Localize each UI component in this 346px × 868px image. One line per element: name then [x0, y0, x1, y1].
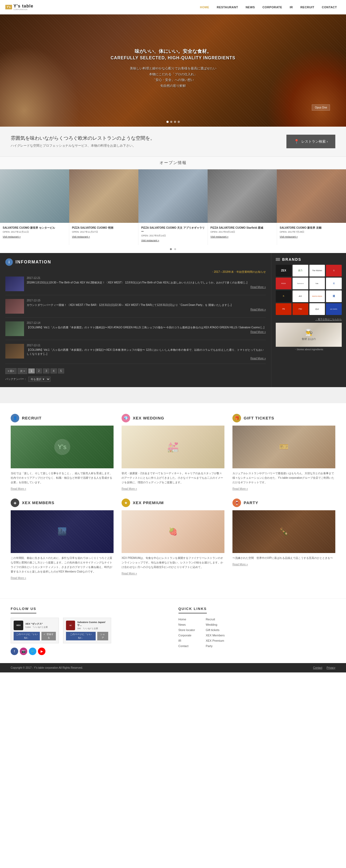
restaurant-img-2[interactable] [69, 169, 138, 223]
quick-link-members[interactable]: XEX Members [206, 634, 225, 637]
brand-ga[interactable]: GA [309, 303, 325, 315]
brand-zex[interactable]: ZEX [276, 265, 291, 277]
back-num-label: バックナンバー： [5, 377, 27, 381]
hero-dot-4[interactable] [178, 121, 180, 123]
party-read-more[interactable]: Read More » [232, 563, 248, 566]
restaurant-img-5[interactable] [277, 169, 346, 223]
xex-like-button[interactable]: このページに「いいね!」 [13, 632, 40, 640]
restaurant-cards-wrap: SALVATORE CUOMO 新世界 センタービル OPEN: 2017年12… [0, 169, 346, 253]
cards-dot-2[interactable] [174, 248, 176, 250]
opus-badge: Opus One [312, 104, 330, 111]
restaurant-images [0, 169, 346, 223]
restaurant-card-5: SALVATORE CUOMO 新世界 京鄉 OPEN: 2017年7月28日 … [277, 223, 346, 245]
brand-6[interactable]: Salvatore [292, 278, 308, 289]
nav-ir[interactable]: IR [286, 0, 296, 14]
wedding-read-more[interactable]: Read More » [122, 487, 137, 490]
restaurant-img-3[interactable] [138, 169, 208, 223]
info-section: i INFORMATION ・2017～2018年末・年始営業時間のお知らせ 2… [0, 253, 271, 387]
stories-link[interactable]: ・Stories about ingredients [276, 348, 342, 351]
page-2[interactable]: 2 [36, 368, 42, 373]
members-read-more[interactable]: Read More » [11, 577, 26, 580]
quick-link-contact[interactable]: Contact [179, 644, 195, 648]
nav-news[interactable]: NEWS [242, 0, 259, 14]
page-1[interactable]: 1 [28, 368, 35, 373]
hero-dot-2[interactable] [170, 121, 172, 123]
read-more-3[interactable]: Read More » [27, 331, 266, 333]
nav-restaurant[interactable]: RESTAURANT [213, 0, 242, 14]
quick-link-recruit[interactable]: Recruit [206, 618, 225, 621]
nav-contact[interactable]: CONTACT [318, 0, 341, 14]
gift-read-more[interactable]: Read More » [232, 487, 248, 490]
brand-pasta[interactable]: PASTA PIZZA [309, 290, 325, 302]
quick-link-home[interactable]: Home [179, 618, 195, 621]
restaurant-visit-1[interactable]: Visit restaurant » [3, 236, 66, 238]
youtube-icon[interactable]: ▶ [38, 648, 45, 655]
restaurant-visit-5[interactable]: Visit restaurant » [280, 236, 343, 238]
recruit-read-more[interactable]: Read More » [11, 487, 26, 490]
brand-8[interactable]: 道 [326, 278, 342, 289]
restaurant-img-4[interactable] [208, 169, 277, 223]
brand-14[interactable]: PB2 [292, 303, 308, 315]
social-card-xex-header: XEX XEX "ゼックス" 5,834 "いいね!"と企業 [13, 621, 56, 630]
quick-link-party[interactable]: Party [206, 644, 225, 648]
brand-12[interactable]: 道 [326, 290, 342, 302]
cards-dot-1[interactable] [170, 248, 172, 250]
read-more-4[interactable]: Read More » [27, 357, 266, 360]
nav-home[interactable]: HOME [196, 0, 213, 14]
info-item-img-2 [5, 299, 24, 314]
next-button[interactable]: 次 » [18, 368, 27, 374]
sal-like-button[interactable]: このページに「いいね!」 [66, 632, 96, 640]
quick-link-store[interactable]: Store locator [179, 628, 195, 631]
electric-link[interactable]: ・電子公告はこちらから [276, 318, 342, 321]
nav-recruit[interactable]: RECRUIT [296, 0, 318, 14]
sal-likes: 390 "いいね!"と企業 [77, 627, 108, 630]
gift-card: 🎁 GIFT TICKETS 🎫 カジュアルレストランやデリバリーで最低使いはも… [232, 414, 335, 491]
twitter-icon[interactable]: 🐦 [29, 648, 36, 655]
page-3[interactable]: 3 [43, 368, 50, 373]
brand-ag[interactable]: AG [292, 290, 308, 302]
logo-box: Y's [5, 5, 12, 9]
brand-5[interactable]: PIZZA [276, 278, 291, 289]
facebook-icon[interactable]: f [11, 648, 18, 655]
logo[interactable]: Y's Y's table CORPORATION [5, 4, 33, 10]
quick-link-wedding[interactable]: Wedding [206, 623, 225, 626]
pagination: « 前» 次 » 1 2 3 4 5 [5, 368, 266, 374]
restaurant-search-button[interactable]: 📍 レストラン検索 › [286, 135, 335, 148]
quick-link-gift[interactable]: Gift tickets [206, 628, 225, 631]
brand-morin[interactable]: 森乃 [292, 265, 308, 277]
quick-link-news[interactable]: News [179, 623, 195, 626]
premium-card: ★ XEX PREMIUM 🍓 XEX PREMIUMは、旬食を中心にレストラン… [122, 498, 224, 580]
back-num-select[interactable]: 年を選択 ▼ [28, 377, 51, 382]
brand-7[interactable]: Sab. [309, 278, 325, 289]
restaurant-img-1[interactable] [0, 169, 69, 223]
brand-4[interactable]: S [326, 265, 342, 277]
read-more-2[interactable]: Read More » [27, 308, 266, 311]
prev-button[interactable]: « 前» [5, 368, 17, 374]
restaurant-visit-2[interactable]: Visit restaurant » [72, 236, 135, 238]
restaurant-visit-3[interactable]: Visit restaurant » [141, 239, 205, 242]
footer-contact-link[interactable]: Contact [313, 666, 322, 669]
brand-9[interactable]: 庵 [276, 290, 291, 302]
hero-dots [166, 121, 180, 123]
hero-dot-1[interactable] [166, 121, 168, 123]
brand-kitchen[interactable]: The Kitchen [309, 265, 325, 277]
quick-link-ir[interactable]: IR [179, 639, 195, 642]
info-text-2: カウントダウンパーティー開催！〈XEX WEST / The BAR〉12月31… [27, 303, 266, 307]
instagram-icon[interactable]: 📷 [20, 648, 27, 655]
brand-13[interactable]: PB [276, 303, 291, 315]
brand-16[interactable]: LE CHOC. [326, 303, 342, 315]
sal-share-button[interactable]: シェア [97, 632, 108, 640]
xex-share-button[interactable]: ✓ 登録する [41, 632, 56, 640]
page-5[interactable]: 5 [58, 368, 64, 373]
footer-privacy-link[interactable]: Privacy [326, 666, 335, 669]
quick-link-premium[interactable]: XEX Premium [206, 639, 225, 642]
page-4[interactable]: 4 [51, 368, 57, 373]
read-more-1[interactable]: Read More » [27, 286, 266, 288]
ingredients-img[interactable]: 👨‍🍳 食材 おはの [276, 323, 342, 347]
nav-corporate[interactable]: CORPORATE [259, 0, 286, 14]
premium-read-more[interactable]: Read More » [122, 572, 137, 575]
quick-link-corporate[interactable]: Corporate [179, 634, 195, 637]
hero-dot-3[interactable] [174, 121, 176, 123]
info-item-2: 2017-12-15 カウントダウンパーティー開催！〈XEX WEST / Th… [5, 299, 266, 318]
restaurant-visit-4[interactable]: Visit restaurant » [211, 236, 274, 238]
